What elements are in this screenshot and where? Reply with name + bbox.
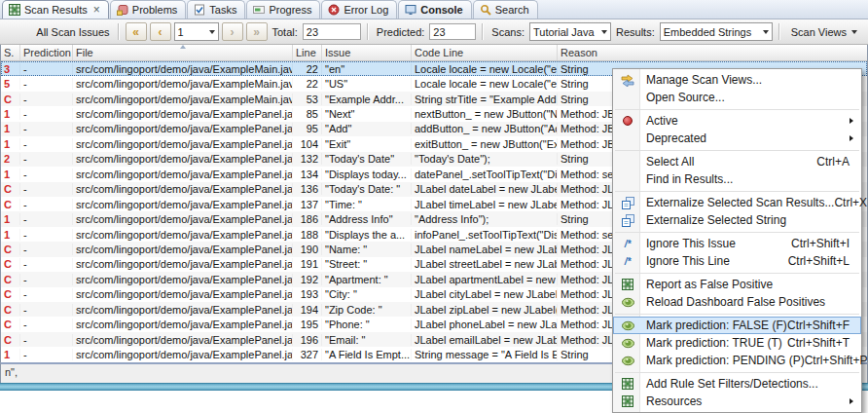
cell-prediction: - — [20, 199, 73, 210]
menu-item-label: Manage Scan Views... — [646, 73, 762, 87]
rule-set-grid-icon — [622, 378, 633, 390]
cell-issue: "Example Addr... — [322, 94, 412, 105]
column-header-reason[interactable]: Reason — [558, 45, 867, 60]
menu-item-manage-scan-views[interactable]: Manage Scan Views... — [613, 71, 861, 89]
submenu-arrow-icon — [850, 135, 853, 141]
menu-item-report-as-false-positive[interactable]: Report as False Positive — [613, 276, 861, 293]
menu-item-reload-dashboard-false-positives[interactable]: Reload Dashboard False Positives — [613, 293, 861, 311]
cell-code: "Address Info"); — [412, 213, 558, 225]
table-header: S.PredictionFileLineIssueCode LineReason — [1, 45, 867, 61]
cell-prediction: - — [20, 138, 73, 150]
cell-issue: "Next" — [322, 108, 412, 120]
cell-line: 22 — [293, 63, 322, 75]
tab-progress[interactable]: Progress — [246, 0, 320, 19]
results-select[interactable]: Embedded Strings — [660, 22, 773, 41]
progress-icon — [253, 4, 265, 16]
comment-ignore-icon: /* — [625, 239, 632, 249]
menu-item-label: Select All — [646, 155, 694, 169]
cell-issue: "Displays today... — [322, 169, 412, 180]
nav-next-button[interactable]: › — [222, 22, 243, 41]
scan-views-button-label: Scan Views — [791, 26, 847, 38]
cell-s: C — [1, 334, 20, 346]
column-header-line[interactable]: Line — [293, 45, 322, 60]
scan-results-view: Scan Results×ProblemsTasksProgressError … — [0, 0, 868, 413]
cell-line: 134 — [293, 169, 322, 180]
menu-item-icon-slot — [617, 319, 638, 332]
tab-label: Problems — [132, 4, 177, 16]
menu-item-icon-slot — [617, 296, 638, 309]
cell-file: src/com/lingoport/demo/java/ExamplePanel… — [73, 169, 293, 180]
context-menu: Manage Scan Views...Open Source...Active… — [612, 68, 862, 413]
console-icon — [405, 4, 416, 16]
menu-item-resources[interactable]: Resources — [613, 393, 861, 410]
menu-item-externalize-selected-scan-results[interactable]: Externalize Selected Scan Results...Ctrl… — [613, 194, 861, 211]
menu-item-mark-prediction-true-t[interactable]: Mark prediction: TRUE (T)Ctrl+Shift+T — [613, 334, 861, 352]
tab-scan-results[interactable]: Scan Results× — [2, 0, 109, 19]
column-header-prediction[interactable]: Prediction — [20, 45, 73, 60]
column-header-issue[interactable]: Issue — [322, 45, 412, 60]
menu-separator — [615, 232, 859, 233]
menu-item-find-in-results[interactable]: Find in Results... — [613, 170, 861, 188]
nav-first-button[interactable]: « — [126, 22, 147, 41]
cell-file: src/com/lingoport/demo/java/ExamplePanel… — [73, 244, 293, 255]
cell-prediction: - — [20, 153, 73, 165]
total-field[interactable]: 23 — [303, 23, 361, 40]
caret-down-icon — [209, 30, 215, 34]
cell-line: 193 — [293, 288, 322, 300]
menu-item-active[interactable]: Active — [613, 112, 861, 130]
predicted-value: 23 — [433, 26, 445, 38]
menu-item-mark-prediction-false-f[interactable]: Mark prediction: FALSE (F)Ctrl+Shift+F — [613, 317, 861, 334]
tab-search[interactable]: Search — [473, 0, 538, 19]
scan-views-arrows-icon — [621, 74, 634, 87]
cell-code: JLabel nameLabel = new JLabel... — [412, 244, 558, 255]
filter-label: All Scan Issues — [36, 26, 109, 38]
menu-shortcut: Ctrl+Shift+T — [787, 336, 853, 350]
caret-down-icon — [763, 30, 769, 34]
menu-item-deprecated[interactable]: Deprecated — [613, 130, 861, 147]
column-header-file[interactable]: File — [73, 45, 293, 60]
cell-prediction: - — [20, 123, 73, 134]
cell-file: src/com/lingoport/demo/java/ExamplePanel… — [73, 199, 293, 210]
menu-item-add-rule-set-filters-detections[interactable]: Add Rule Set Filters/Detections... — [613, 375, 861, 393]
menu-item-select-all[interactable]: Select AllCtrl+A — [613, 153, 861, 170]
menu-separator — [615, 273, 859, 274]
scans-select[interactable]: Tutorial Java S — [529, 22, 611, 41]
menu-item-ignore-this-line[interactable]: /*Ignore This LineCtrl+Shift+L — [613, 252, 861, 270]
tab-problems[interactable]: Problems — [110, 0, 186, 19]
cell-line: 104 — [293, 138, 322, 150]
menu-item-open-source[interactable]: Open Source... — [613, 89, 861, 106]
search-icon — [480, 4, 491, 16]
externalize-icon — [622, 197, 634, 209]
cell-prediction: - — [20, 169, 73, 180]
cell-prediction: - — [20, 229, 73, 241]
cell-code: datePanel_.setToolTipText("Dis... — [412, 169, 558, 180]
column-header-s[interactable]: S. — [1, 45, 20, 60]
cell-issue: "Street: " — [322, 258, 412, 270]
menu-item-mark-prediction-pending-p[interactable]: Mark prediction: PENDING (P)Ctrl+Shift+P — [613, 352, 861, 369]
submenu-arrow-icon — [850, 118, 853, 124]
cell-line: 190 — [293, 244, 322, 255]
page-select[interactable]: 1 — [174, 22, 219, 41]
tab-tasks[interactable]: Tasks — [187, 0, 245, 19]
menu-shortcut: Ctrl+A — [816, 155, 853, 169]
tab-error-log[interactable]: Error Log — [321, 0, 397, 19]
nav-prev-button[interactable]: ‹ — [150, 22, 171, 41]
cell-code: "Today's Date"); — [412, 153, 558, 165]
cell-issue: "Displays the a... — [322, 229, 412, 241]
cell-s: 1 — [1, 108, 20, 120]
nav-last-button[interactable]: » — [246, 22, 268, 41]
cell-issue: "Zip Code: " — [322, 304, 412, 316]
total-label: Total: — [272, 26, 298, 38]
predicted-field[interactable]: 23 — [429, 23, 476, 40]
cell-issue: "Time: " — [322, 199, 412, 210]
menu-item-ignore-this-issue[interactable]: /*Ignore This IssueCtrl+Shift+I — [613, 235, 861, 252]
menu-shortcut: Ctrl+Shift+P — [805, 354, 868, 367]
page-select-value: 1 — [178, 26, 204, 38]
scan-views-button[interactable]: Scan Views — [786, 22, 862, 42]
cell-line: 53 — [293, 94, 322, 105]
cell-issue: "City: " — [322, 288, 412, 300]
close-icon[interactable]: × — [93, 5, 100, 15]
tab-console[interactable]: Console — [398, 0, 471, 19]
menu-item-externalize-selected-string[interactable]: Externalize Selected String — [613, 211, 861, 229]
column-header-code-line[interactable]: Code Line — [412, 45, 558, 60]
